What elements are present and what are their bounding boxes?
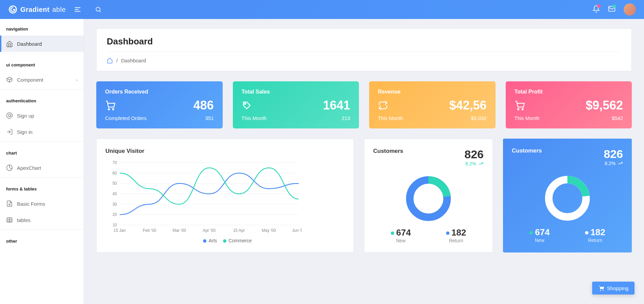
customers-return: 182 xyxy=(590,227,605,237)
home-icon xyxy=(6,40,13,47)
customers-return: 182 xyxy=(451,227,466,238)
breadcrumb-current: Dashboard xyxy=(121,58,146,63)
page-header: Dashboard / Dashboard xyxy=(96,28,632,71)
brand-main: Gradient xyxy=(20,6,49,14)
donut-chart xyxy=(403,173,454,224)
svg-text:20: 20 xyxy=(113,212,117,217)
stat-value: $42,56 xyxy=(449,98,486,113)
sidebar-item-dashboard[interactable]: Dashboard xyxy=(0,36,84,52)
bullet-icon xyxy=(391,231,394,235)
sidebar-item-label: ApexChart xyxy=(17,165,41,171)
svg-point-1 xyxy=(96,7,100,11)
bullet-icon xyxy=(585,231,588,235)
svg-text:15 Jan: 15 Jan xyxy=(114,228,126,233)
notifications-button[interactable] xyxy=(592,5,600,14)
breadcrumb-sep: / xyxy=(116,58,118,63)
svg-text:May '00: May '00 xyxy=(262,228,276,233)
stat-card-orders: Orders Received 486 Completed Orders351 xyxy=(96,81,223,128)
at-icon xyxy=(6,112,13,119)
side-group-title: other xyxy=(0,231,84,248)
svg-point-6 xyxy=(108,108,109,110)
svg-text:Apr '00: Apr '00 xyxy=(203,228,216,233)
login-icon xyxy=(6,128,13,135)
legend-commerce: Commerce xyxy=(228,238,251,243)
legend-arts: Arts xyxy=(208,238,217,243)
customers-count: 826 xyxy=(604,147,623,161)
stat-sublabel: Completed Orders xyxy=(105,115,147,121)
svg-text:60: 60 xyxy=(113,171,117,176)
stat-sublabel: This Month xyxy=(378,115,403,121)
customers-count: 826 xyxy=(464,148,484,161)
topbar: Gradient able xyxy=(0,0,644,19)
sidebar-item-label: Component xyxy=(17,77,43,83)
bullet-icon xyxy=(223,239,226,243)
page-title: Dashboard xyxy=(107,36,621,47)
sidebar: navigation Dashboard ui component Compon… xyxy=(0,19,84,265)
pie-icon xyxy=(6,164,13,171)
customers-pct: 8.2% xyxy=(604,161,623,166)
stat-subvalue: $542 xyxy=(612,115,623,121)
customers-title: Customers xyxy=(373,148,403,155)
line-chart: 1020304050607015 JanFeb '00Mar '00Apr '0… xyxy=(105,160,302,235)
donut-chart xyxy=(542,173,593,224)
stat-subvalue: 213 xyxy=(342,115,350,121)
svg-point-9 xyxy=(518,108,519,110)
customers-pct: 8.2% xyxy=(464,161,484,166)
sidebar-item-label: Sign in xyxy=(17,129,33,135)
customers-new: 674 xyxy=(535,227,549,237)
customers-return-label: Return xyxy=(585,238,605,243)
stat-title: Revenue xyxy=(378,89,487,95)
bullet-icon xyxy=(446,231,449,235)
file-icon xyxy=(6,200,13,207)
sidebar-item-apexchart[interactable]: ApexChart xyxy=(0,160,84,176)
side-group-title: ui component xyxy=(0,55,84,72)
sidebar-item-label: Basic Forms xyxy=(17,201,45,207)
menu-toggle-icon[interactable] xyxy=(74,6,81,13)
svg-point-7 xyxy=(113,108,114,110)
search-icon[interactable] xyxy=(95,6,102,13)
chart-legend: Arts Commerce xyxy=(105,238,345,243)
sidebar-item-forms[interactable]: Basic Forms xyxy=(0,196,84,212)
sidebar-item-tables[interactable]: tables xyxy=(0,212,84,228)
svg-text:Feb '00: Feb '00 xyxy=(143,228,156,233)
side-group-title: chart xyxy=(0,143,84,160)
notification-dot-icon xyxy=(597,4,601,8)
customers-card-blue: Customers 826 8.2% 674New 182Return xyxy=(503,139,632,252)
repeat-icon xyxy=(378,100,388,110)
brand[interactable]: Gradient able xyxy=(8,5,66,14)
tag-icon xyxy=(242,100,252,110)
customers-new-label: New xyxy=(529,238,549,243)
stat-title: Total Profit xyxy=(515,89,623,95)
breadcrumb-home-icon[interactable] xyxy=(107,57,113,63)
svg-point-10 xyxy=(522,108,523,110)
brand-logo-icon xyxy=(8,5,18,14)
svg-point-3 xyxy=(8,115,11,117)
bullet-icon xyxy=(529,231,533,235)
box-icon xyxy=(6,76,13,83)
customers-card: Customers 826 8.2% 674New 182Return xyxy=(364,139,493,252)
stat-value: 486 xyxy=(193,98,214,113)
stat-title: Orders Received xyxy=(105,89,214,95)
customers-new: 674 xyxy=(396,227,411,238)
main-content: Dashboard / Dashboard Orders Received 48… xyxy=(84,0,644,265)
side-group-title: authentication xyxy=(0,91,84,107)
svg-text:15 Apr: 15 Apr xyxy=(233,228,245,233)
stat-card-profit: Total Profit $9,562 This Month$542 xyxy=(506,81,632,128)
stat-card-revenue: Revenue $42,56 This Month$5,032 xyxy=(369,81,496,128)
svg-text:40: 40 xyxy=(113,191,117,196)
svg-point-8 xyxy=(244,103,246,104)
sidebar-item-component[interactable]: Component › xyxy=(0,72,84,88)
sidebar-item-signup[interactable]: Sign up xyxy=(0,107,84,124)
messages-button[interactable] xyxy=(608,5,616,14)
chevron-right-icon: › xyxy=(76,77,78,83)
svg-text:30: 30 xyxy=(113,202,117,207)
svg-text:70: 70 xyxy=(113,160,117,165)
side-group-title: forms & tables xyxy=(0,179,84,196)
sidebar-item-signin[interactable]: Sign in xyxy=(0,124,84,140)
message-dot-icon xyxy=(613,4,616,8)
svg-text:Mar '00: Mar '00 xyxy=(173,228,186,233)
stat-subvalue: 351 xyxy=(205,115,214,121)
unique-visitor-card: Unique Visitor 1020304050607015 JanFeb '… xyxy=(96,139,354,252)
customers-return-label: Return xyxy=(446,238,466,243)
avatar[interactable] xyxy=(624,3,636,16)
